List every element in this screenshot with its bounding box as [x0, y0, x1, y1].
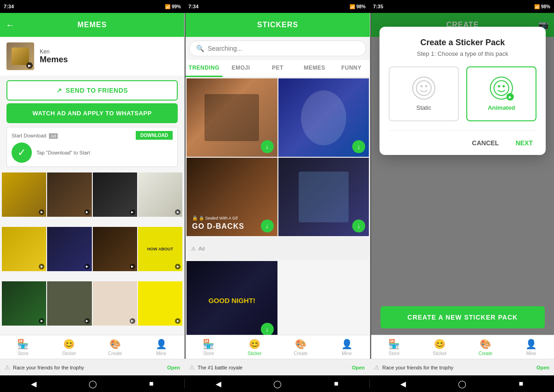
- back-button[interactable]: ←: [6, 20, 15, 30]
- system-nav: ◀ ◯ ■ ◀ ◯ ■ ◀ ◯ ■: [0, 375, 554, 392]
- meme-thumb[interactable]: ▶: [2, 227, 46, 271]
- nav-mine-s[interactable]: 👤 Mine: [324, 339, 370, 356]
- sticker-download-btn[interactable]: ↓: [352, 140, 365, 153]
- nav-store[interactable]: 🏪 Store: [0, 339, 46, 356]
- meme-thumb[interactable]: ▶: [93, 227, 137, 271]
- back-system-btn-2[interactable]: ◀: [216, 380, 221, 388]
- nav-sticker-s[interactable]: 😊 Sticker: [232, 339, 278, 356]
- sticker-download-btn[interactable]: ↓: [261, 220, 274, 232]
- meme-thumb[interactable]: ▶: [47, 227, 91, 271]
- time-panel2: 7:34: [188, 4, 199, 9]
- animated-label: Animated: [488, 104, 515, 111]
- meme-thumb[interactable]: ▶: [93, 281, 137, 326]
- sticker-item[interactable]: ↓: [187, 78, 277, 157]
- status-bar-panel3: 7:35 📶 98%: [369, 0, 554, 13]
- dialog-subtitle: Step 1: Choose a type of this pack: [389, 50, 536, 57]
- memes-username: Ken: [40, 48, 68, 55]
- home-system-btn[interactable]: ◯: [89, 380, 97, 388]
- ad-text-2: The #1 battle royale: [198, 365, 242, 370]
- recents-system-btn-3[interactable]: ■: [519, 380, 524, 388]
- meme-thumb[interactable]: ▶: [2, 281, 46, 326]
- sticker-item-go-d-backs[interactable]: 🔒 🔒 Sealed With A Gif GO D-BACKS ↓: [187, 158, 277, 236]
- meme-thumb[interactable]: ▶: [138, 172, 182, 217]
- search-icon: 🔍: [196, 45, 204, 52]
- nav-mine[interactable]: 👤 Mine: [138, 339, 184, 356]
- tab-emoji[interactable]: EMOJI: [223, 60, 259, 77]
- svg-point-3: [494, 81, 509, 95]
- next-button[interactable]: NEXT: [512, 137, 536, 148]
- mine-icon: 👤: [156, 339, 167, 350]
- meme-thumb[interactable]: ▶: [47, 172, 91, 217]
- create-new-sticker-pack-button[interactable]: CREATE A NEW STICKER PACK: [380, 306, 545, 328]
- sys-nav-panel1: ◀ ◯ ■: [0, 380, 184, 388]
- ad-open-btn-2[interactable]: Open: [352, 365, 365, 370]
- mine-icon: 👤: [341, 339, 353, 350]
- meme-thumb[interactable]: ▶: [93, 172, 137, 217]
- ad-segment-3: ⚠ Race your friends for the trophy Open: [369, 359, 554, 375]
- create-icon: 🎨: [480, 339, 491, 350]
- create-icon: 🎨: [109, 339, 121, 350]
- back-system-btn-3[interactable]: ◀: [400, 380, 406, 388]
- status-icons-panel1: 📶 99%: [165, 4, 181, 9]
- watch-ad-button[interactable]: WATCH AD AND APPLY TO WHATSAPP: [6, 103, 178, 123]
- play-dot: ▶: [130, 209, 135, 215]
- ad-small-icon-2: ⚠: [189, 364, 195, 371]
- ad-open-btn-1[interactable]: Open: [167, 365, 180, 370]
- ad-banner: Start Download Ad DOWNLOAD ✓ Tap "Downlo…: [6, 127, 178, 167]
- ad-small-icon-3: ⚠: [374, 364, 379, 371]
- sys-nav-panel2: ◀ ◯ ■: [185, 380, 369, 388]
- nav-create-c[interactable]: 🎨 Create: [463, 339, 508, 356]
- sticker-download-btn[interactable]: ↓: [261, 323, 274, 335]
- meme-thumb[interactable]: ▶: [138, 281, 182, 326]
- play-dot: ▶: [84, 209, 90, 215]
- recents-system-btn-2[interactable]: ■: [334, 380, 338, 388]
- memes-panel: ← MEMES ▶ Ken Memes ↗ SEND TO FRIENDS WA…: [0, 13, 185, 359]
- meme-thumb[interactable]: ▶: [47, 281, 91, 326]
- nav-mine-c[interactable]: 👤 Mine: [508, 339, 554, 356]
- play-dot: ▶: [130, 318, 135, 324]
- create-bottom-nav: 🏪 Store 😊 Sticker 🎨 Create 👤 Mine: [371, 335, 554, 359]
- tab-funny[interactable]: FUNNY: [333, 60, 370, 77]
- mine-icon: 👤: [525, 339, 537, 350]
- animated-option[interactable]: ▶ Animated: [466, 66, 536, 121]
- ad-segment-2: ⚠ The #1 battle royale Open: [185, 359, 369, 375]
- sticker-icon: 😊: [434, 339, 446, 350]
- sticker-item[interactable]: ↓: [278, 158, 369, 236]
- back-system-btn[interactable]: ◀: [31, 380, 36, 388]
- sticker-item-good-night[interactable]: GOOD NIGHT! ↓: [187, 261, 277, 335]
- tab-pet[interactable]: PET: [259, 60, 296, 77]
- dialog-overlay: Create a Sticker Pack Step 1: Choose a t…: [371, 13, 554, 335]
- nav-sticker-c[interactable]: 😊 Sticker: [417, 339, 463, 356]
- nav-sticker[interactable]: 😊 Sticker: [46, 339, 92, 356]
- home-system-btn-3[interactable]: ◯: [458, 380, 466, 388]
- create-panel: CREATE 📷 Create a Sticker Pack Step 1: C…: [371, 13, 554, 359]
- nav-store-c[interactable]: 🏪 Store: [371, 339, 417, 356]
- send-to-friends-button[interactable]: ↗ SEND TO FRIENDS: [6, 80, 178, 101]
- ad-tap-text: Tap "Download" to Start: [36, 150, 90, 155]
- play-dot: ▶: [84, 318, 90, 324]
- ad-text-3: Race your friends for the trophy: [382, 365, 453, 370]
- recents-system-btn[interactable]: ■: [149, 380, 154, 388]
- store-icon: 🏪: [203, 339, 214, 350]
- download-button[interactable]: DOWNLOAD: [136, 131, 173, 140]
- meme-thumb[interactable]: HOW ABOUT ▶: [138, 227, 182, 271]
- sticker-download-btn[interactable]: ↓: [352, 220, 365, 232]
- tab-trending[interactable]: TRENDING: [186, 60, 223, 77]
- cancel-button[interactable]: CANCEL: [468, 137, 502, 148]
- search-input[interactable]: [208, 45, 359, 52]
- meme-thumb[interactable]: ▶: [2, 172, 46, 217]
- nav-create[interactable]: 🎨 Create: [92, 339, 138, 356]
- static-option[interactable]: Static: [389, 66, 459, 121]
- nav-create-s[interactable]: 🎨 Create: [278, 339, 324, 356]
- nav-store-s[interactable]: 🏪 Store: [186, 339, 232, 356]
- svg-point-0: [416, 81, 431, 95]
- sticker-item[interactable]: ↓: [278, 78, 369, 157]
- status-icons-panel3: 📶 98%: [534, 4, 550, 9]
- static-label: Static: [416, 104, 432, 111]
- sticker-download-btn[interactable]: ↓: [261, 140, 274, 153]
- home-system-btn-2[interactable]: ◯: [273, 380, 282, 388]
- sticker-grid: ↓ ↓ 🔒 🔒 Sealed With A Gif GO D-BACKS: [186, 77, 370, 335]
- tab-memes[interactable]: MEMES: [296, 60, 333, 77]
- ad-open-btn-3[interactable]: Open: [536, 365, 549, 370]
- play-badge-icon: ▶: [506, 93, 514, 101]
